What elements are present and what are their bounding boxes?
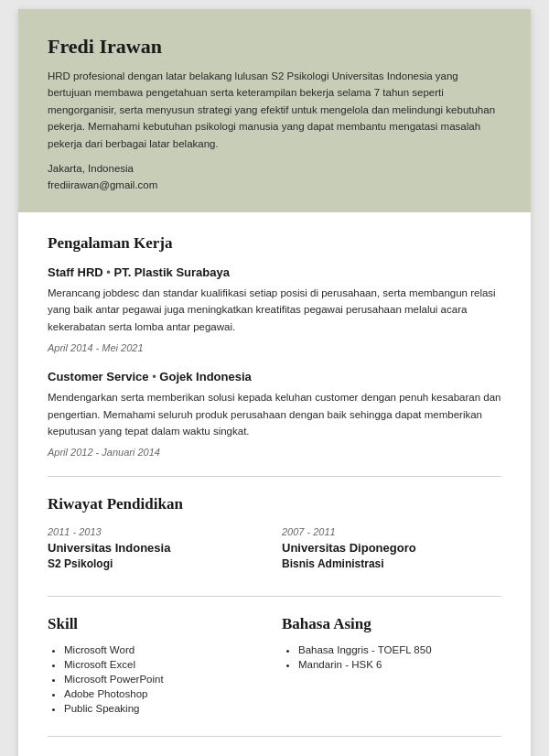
edu-entry-1: 2011 - 2013 Universitas Indonesia S2 Psi… bbox=[48, 526, 267, 570]
skill-item-5: Public Speaking bbox=[64, 703, 267, 714]
job-desc-2: Mendengarkan serta memberikan solusi kep… bbox=[48, 389, 501, 439]
job-company-2: Gojek Indonesia bbox=[159, 370, 251, 383]
languages-title: Bahasa Asing bbox=[282, 615, 501, 633]
skill-item-2: Microsoft Excel bbox=[64, 659, 267, 670]
lang-item-2: Mandarin - HSK 6 bbox=[298, 659, 501, 670]
edu-school-2: Universitas Diponegoro bbox=[282, 541, 501, 555]
resume-container: Fredi Irawan HRD profesional dengan lata… bbox=[18, 9, 531, 756]
divider-2 bbox=[48, 596, 501, 597]
header-section: Fredi Irawan HRD profesional dengan lata… bbox=[18, 9, 531, 212]
skill-item-4: Adobe Photoshop bbox=[64, 688, 267, 699]
candidate-name: Fredi Irawan bbox=[48, 35, 501, 59]
lang-item-1: Bahasa Inggris - TOEFL 850 bbox=[298, 644, 501, 655]
skills-section: Skill Microsoft Word Microsoft Excel Mic… bbox=[48, 615, 267, 718]
divider-1 bbox=[48, 476, 501, 477]
candidate-location: Jakarta, Indonesia bbox=[48, 163, 501, 174]
languages-list: Bahasa Inggris - TOEFL 850 Mandarin - HS… bbox=[282, 644, 501, 670]
skills-list: Microsoft Word Microsoft Excel Microsoft… bbox=[48, 644, 267, 714]
experience-title: Pengalaman Kerja bbox=[48, 234, 501, 253]
edu-school-1: Universitas Indonesia bbox=[48, 541, 267, 555]
languages-section: Bahasa Asing Bahasa Inggris - TOEFL 850 … bbox=[282, 615, 501, 718]
job-role-2: Customer Service bbox=[48, 370, 149, 383]
job-title-1: Staff HRD • PT. Plastik Surabaya bbox=[48, 265, 501, 279]
education-section: Riwayat Pendidikan 2011 - 2013 Universit… bbox=[48, 495, 501, 578]
candidate-email: frediirawan@gmail.com bbox=[48, 179, 501, 190]
skill-item-1: Microsoft Word bbox=[64, 644, 267, 655]
education-grid: 2011 - 2013 Universitas Indonesia S2 Psi… bbox=[48, 526, 501, 578]
job-desc-1: Merancang jobdesc dan standar kualifikas… bbox=[48, 285, 501, 335]
job-role-1: Staff HRD bbox=[48, 265, 103, 279]
edu-degree-1: S2 Psikologi bbox=[48, 557, 267, 570]
experience-section: Pengalaman Kerja Staff HRD • PT. Plastik… bbox=[48, 234, 501, 458]
skills-lang-grid: Skill Microsoft Word Microsoft Excel Mic… bbox=[48, 615, 501, 718]
edu-degree-2: Bisnis Administrasi bbox=[282, 557, 501, 570]
job-title-2: Customer Service • Gojek Indonesia bbox=[48, 370, 501, 383]
education-title: Riwayat Pendidikan bbox=[48, 495, 501, 513]
divider-3 bbox=[48, 736, 501, 737]
job-date-1: April 2014 - Mei 2021 bbox=[48, 342, 501, 353]
edu-entry-2: 2007 - 2011 Universitas Diponegoro Bisni… bbox=[282, 526, 501, 570]
job-date-2: April 2012 - Januari 2014 bbox=[48, 447, 501, 458]
candidate-bio: HRD profesional dengan latar belakang lu… bbox=[48, 68, 501, 152]
edu-year-1: 2011 - 2013 bbox=[48, 526, 267, 537]
skills-title: Skill bbox=[48, 615, 267, 633]
job-company-1: PT. Plastik Surabaya bbox=[113, 265, 229, 279]
main-content: Pengalaman Kerja Staff HRD • PT. Plastik… bbox=[18, 212, 531, 756]
job-entry-2: Customer Service • Gojek Indonesia Mende… bbox=[48, 370, 501, 458]
edu-year-2: 2007 - 2011 bbox=[282, 526, 501, 537]
job-entry-1: Staff HRD • PT. Plastik Surabaya Meranca… bbox=[48, 265, 501, 353]
skill-item-3: Microsoft PowerPoint bbox=[64, 674, 267, 685]
